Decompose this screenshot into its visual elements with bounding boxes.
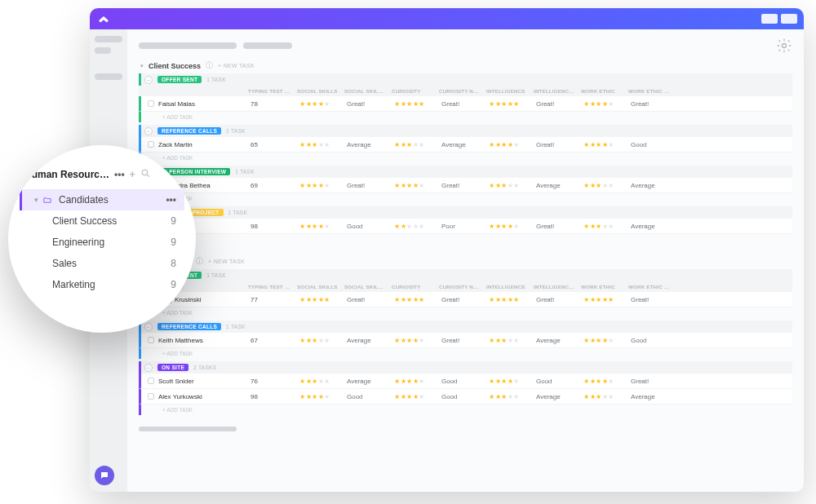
row-status-box[interactable] (148, 100, 154, 107)
column-header[interactable]: INTELLIGENCE NOTES (530, 88, 578, 94)
add-task-button[interactable]: + ADD TASK (139, 405, 792, 415)
window-minimize-button[interactable] (761, 14, 778, 24)
row-status-box[interactable] (148, 141, 154, 148)
column-header[interactable]: SOCIAL SKILLS NOTES (341, 88, 388, 94)
candidate-row[interactable]: Alexandra Bethea69★★★★★Great!★★★★★Great!… (139, 178, 792, 193)
social-note: Great! (344, 100, 391, 108)
add-task-button[interactable]: + ADD TASK (139, 348, 792, 359)
curiosity-note: Great! (438, 296, 486, 303)
sidebar-item[interactable]: Engineering9 (20, 232, 184, 253)
star-rating: ★★★★★ (583, 296, 614, 303)
intel-note: Good (533, 378, 580, 385)
candidate-row[interactable]: Alex Yurkowski98★★★★★Good★★★★★Good★★★★★A… (139, 389, 792, 405)
row-status-box[interactable] (148, 393, 154, 400)
column-header[interactable]: CURIOSITY NOTES (436, 284, 483, 290)
collapse-toggle[interactable]: – (144, 323, 153, 331)
intel-note: Great! (533, 100, 580, 108)
column-header[interactable]: WORK ETHIC NOTES (625, 88, 672, 94)
info-icon[interactable]: ⓘ (206, 60, 213, 71)
chat-fab[interactable] (95, 466, 114, 485)
add-task-button[interactable]: + ADD TASK (139, 153, 792, 163)
status-group-header[interactable]: –RECEIVED PROJECT1 TASK (139, 206, 792, 219)
column-header[interactable]: CURIOSITY (388, 284, 436, 290)
status-group-header[interactable]: –OFFER SENT1 TASK (139, 269, 792, 281)
intel-note: Great! (533, 141, 580, 148)
collapse-toggle[interactable]: – (144, 127, 153, 135)
item-menu-icon[interactable]: ••• (166, 194, 176, 206)
section-header[interactable]: ▾Client Successⓘ+ NEW TASK (140, 60, 792, 71)
candidate-row[interactable]: Jerry Krusinski77★★★★★Great!★★★★★Great!★… (139, 292, 792, 307)
candidate-row[interactable]: Brandi West98★★★★★Good★★★★★Poor★★★★★Grea… (139, 219, 792, 234)
info-icon[interactable]: ⓘ (196, 256, 203, 267)
column-header[interactable]: INTELLIGENCE (483, 88, 530, 94)
titlebar (90, 8, 804, 29)
star-rating: ★★★★★ (299, 223, 330, 230)
sidebar-item[interactable]: Sales8 (20, 253, 184, 274)
new-task-button[interactable]: + NEW TASK (218, 63, 255, 69)
status-group-header[interactable]: –OFFER SENT1 TASK (139, 73, 792, 86)
search-button[interactable] (140, 168, 151, 181)
star-rating: ★★★★★ (394, 182, 425, 189)
column-header[interactable]: CURIOSITY (388, 88, 436, 94)
status-tag: REFERENCE CALLS (157, 323, 221, 330)
sidebar-item[interactable]: Client Success9 (20, 210, 184, 232)
column-header[interactable]: WORK ETHIC NOTES (625, 284, 672, 290)
social-note: Great! (344, 182, 391, 189)
space-menu-icon[interactable]: ••• (114, 169, 125, 180)
star-rating: ★★★★★ (489, 223, 520, 230)
column-header[interactable]: TYPING TEST WPM (245, 284, 294, 290)
typing-wpm: 78 (247, 100, 296, 108)
status-group-header[interactable]: –REFERENCE CALLS1 TASK (139, 125, 792, 137)
status-group-header[interactable]: –IN PERSON INTERVIEW1 TASK (139, 166, 792, 178)
app-logo-icon (96, 11, 111, 26)
group-task-count: 1 TASK (235, 169, 255, 175)
columns-header: TYPING TEST WPMSOCIAL SKILLSSOCIAL SKILL… (139, 86, 792, 96)
candidate-row[interactable]: Zack Martin65★★★★★Average★★★★★Average★★★… (139, 137, 792, 153)
column-header[interactable]: CURIOSITY NOTES (436, 88, 483, 94)
collapse-toggle[interactable]: – (144, 76, 153, 84)
ethic-note: Average (628, 223, 675, 230)
social-note: Good (344, 223, 391, 230)
column-header[interactable]: INTELLIGENCE (483, 284, 530, 290)
column-header[interactable]: WORK ETHIC (578, 88, 625, 94)
column-header[interactable]: SOCIAL SKILLS NOTES (341, 284, 388, 290)
new-task-button[interactable]: + NEW TASK (208, 259, 245, 264)
star-rating: ★★★★★ (583, 141, 614, 148)
app-window: ▾Client Successⓘ+ NEW TASK–OFFER SENT1 T… (90, 8, 804, 492)
group-task-count: 2 TASKS (193, 365, 216, 370)
add-task-button[interactable]: + ADD TASK (139, 234, 792, 245)
status-group-header[interactable]: –ON SITE2 TASKS (139, 361, 792, 374)
add-task-button[interactable]: + ADD TASK (139, 307, 792, 318)
group-task-count: 1 TASK (206, 272, 226, 278)
settings-button[interactable] (776, 38, 792, 54)
space-header[interactable]: Human Resourc… ••• + (20, 168, 184, 181)
star-rating: ★★★★★ (583, 100, 614, 108)
add-task-button[interactable]: + ADD TASK (139, 112, 792, 122)
candidate-row[interactable]: Scott Snider76★★★★★Average★★★★★Good★★★★★… (139, 374, 792, 389)
candidate-row[interactable]: Keith Matthews67★★★★★Average★★★★★Great!★… (139, 333, 792, 348)
column-header[interactable]: SOCIAL SKILLS (294, 88, 341, 94)
sidebar-item[interactable]: Marketing9 (20, 274, 184, 295)
section-header[interactable]: ▾Engineeringⓘ+ NEW TASK (140, 256, 792, 267)
sidebar-item-candidates[interactable]: ▾ Candidates ••• (20, 189, 184, 210)
rail-placeholder (95, 73, 122, 80)
column-header[interactable]: SOCIAL SKILLS (294, 284, 341, 290)
star-rating: ★★★★★ (394, 393, 425, 400)
column-header[interactable]: INTELLIGENCE NOTES (530, 284, 578, 290)
candidate-row[interactable]: Faisal Malas78★★★★★Great!★★★★★Great!★★★★… (139, 96, 792, 112)
star-rating: ★★★★★ (489, 141, 520, 148)
column-header[interactable]: WORK ETHIC (578, 284, 625, 290)
typing-wpm: 67 (247, 337, 296, 344)
collapse-toggle[interactable]: – (144, 364, 153, 372)
add-task-button[interactable]: + ADD TASK (139, 193, 792, 204)
curiosity-note: Poor (438, 223, 486, 230)
star-rating: ★★★★★ (299, 100, 330, 108)
column-header[interactable]: TYPING TEST WPM (245, 88, 294, 94)
candidate-name: Faisal Malas (158, 100, 195, 108)
add-item-button[interactable]: + (130, 169, 135, 180)
row-status-box[interactable] (148, 378, 154, 384)
row-status-box[interactable] (148, 337, 154, 343)
window-maximize-button[interactable] (781, 14, 797, 24)
star-rating: ★★★★★ (489, 393, 520, 400)
status-group-header[interactable]: –REFERENCE CALLS1 TASK (139, 321, 792, 333)
